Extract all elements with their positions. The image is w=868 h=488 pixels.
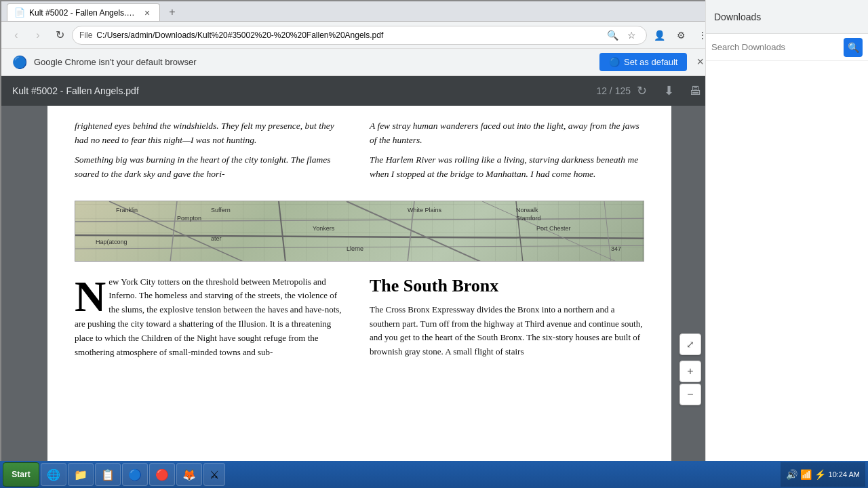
pdf-top-right-col: A few stray human wanderers faced out in… (370, 119, 644, 187)
map-label-6: Norwalk (516, 207, 538, 214)
svg-line-7 (604, 201, 611, 261)
url-display: C:/Users/admin/Downloads/Kult%20#35002%2… (96, 30, 597, 40)
downloads-search-input[interactable] (711, 42, 844, 52)
pdf-top-left-col: frightened eyes behind the windshields. … (75, 119, 349, 187)
address-bar[interactable]: File C:/Users/admin/Downloads/Kult%20#35… (72, 26, 647, 45)
new-tab-button[interactable]: + (163, 3, 182, 21)
downloads-header: Downloads (706, 0, 868, 34)
set-default-button[interactable]: 🔵 Set as default (599, 53, 688, 71)
pdf-bottom-right: The South Bronx The Cross Bronx Expressw… (370, 275, 644, 360)
section-title: The South Bronx (370, 275, 644, 296)
map-label-10: ater (211, 235, 222, 242)
app1-icon: 🔴 (155, 468, 169, 481)
explorer-icon: 📁 (74, 468, 87, 481)
taskbar-item-chrome[interactable]: 🔵 (122, 463, 148, 486)
map-label-11: Llerne (347, 245, 363, 252)
taskbar-item-app1[interactable]: 🔴 (149, 463, 175, 486)
extensions-button[interactable]: ⚙ (671, 26, 690, 45)
firefox-icon: 🦊 (182, 468, 196, 481)
top-left-text-1: frightened eyes behind the windshields. … (75, 119, 349, 148)
pdf-page: frightened eyes behind the windshields. … (47, 106, 671, 473)
refresh-button[interactable]: ↻ (50, 26, 69, 45)
map-label-7: Stamford (516, 215, 541, 222)
notification-bar: 🔵 Google Chrome isn't your default brows… (1, 49, 717, 76)
top-right-text-2: The Harlem River was rolling like a livi… (370, 153, 644, 182)
bottom-left-text: N ew York City totters on the threshold … (75, 275, 349, 360)
tray-icon-2: 📶 (800, 469, 812, 480)
tray-time: 10:24 AM (829, 470, 860, 479)
pdf-bottom-left: N ew York City totters on the threshold … (75, 275, 349, 360)
map-label-4: Yonkers (313, 225, 334, 232)
top-left-text-2: Something big was burning in the heart o… (75, 153, 349, 182)
ie-icon: 🌐 (47, 468, 60, 481)
pdf-print-button[interactable]: 🖶 (685, 80, 707, 102)
notepad-icon: 📋 (101, 468, 115, 481)
pdf-refresh-button[interactable]: ↻ (631, 80, 652, 102)
top-right-text-1: A few stray human wanderers faced out in… (370, 119, 644, 148)
taskbar-item-firefox[interactable]: 🦊 (176, 463, 202, 486)
svg-line-4 (279, 201, 285, 261)
bottom-left-content: ew York City totters on the threshold be… (75, 277, 342, 357)
pdf-bottom-section: N ew York City totters on the threshold … (75, 275, 644, 360)
tab-bar: 📄 Kult #5002 - Fallen Angels.pdf × + (1, 1, 717, 22)
browser-window: 📄 Kult #5002 - Fallen Angels.pdf × + ‹ ›… (0, 0, 719, 474)
svg-line-0 (75, 218, 644, 222)
tray-icon-3: ⚡ (814, 469, 826, 480)
navigation-bar: ‹ › ↻ File C:/Users/admin/Downloads/Kult… (1, 22, 717, 49)
map-label-9: Hap(atcong (96, 239, 127, 245)
start-button[interactable]: Start (3, 462, 39, 487)
section-text: The Cross Bronx Expressway divides the B… (370, 303, 644, 359)
active-tab[interactable]: 📄 Kult #5002 - Fallen Angels.pdf × (7, 3, 160, 21)
pdf-controls: ↻ ⬇ 🖶 (631, 80, 707, 102)
zoom-expand-button[interactable]: ⤢ (679, 333, 701, 355)
map-label-8: Port Chester (536, 225, 571, 232)
tab-favicon: 📄 (14, 7, 25, 18)
app2-icon: ⚔ (210, 468, 219, 481)
account-button[interactable]: 👤 (650, 26, 669, 45)
downloads-title: Downloads (714, 12, 860, 22)
protocol-label: File (79, 30, 92, 40)
taskbar-item-explorer[interactable]: 📁 (68, 463, 94, 486)
pdf-content-area: frightened eyes behind the windshields. … (1, 106, 717, 473)
downloads-search-bar: 🔍 (706, 34, 868, 61)
pdf-top-columns: frightened eyes behind the windshields. … (75, 119, 644, 187)
pdf-page-info: 12 / 125 (596, 85, 631, 96)
tray-icon-1: 🔊 (786, 469, 797, 480)
back-button[interactable]: ‹ (7, 26, 26, 45)
notification-text: Google Chrome isn't your default browser (34, 57, 593, 67)
zoom-in-button[interactable]: + (679, 361, 701, 382)
pdf-header: Kult #5002 - Fallen Angels.pdf 12 / 125 … (1, 76, 717, 106)
taskbar-item-app2[interactable]: ⚔ (203, 463, 225, 486)
downloads-search-button[interactable]: 🔍 (844, 38, 863, 57)
map-label-3: Pompton (177, 215, 201, 222)
zoom-out-button[interactable]: − (679, 384, 701, 405)
tab-close-button[interactable]: × (142, 7, 153, 18)
search-icon[interactable]: 🔍 (604, 27, 620, 43)
pdf-title: Kult #5002 - Fallen Angels.pdf (12, 85, 596, 96)
tab-title: Kult #5002 - Fallen Angels.pdf (29, 8, 138, 18)
map-label-2: Suffern (211, 207, 231, 214)
chrome-logo-icon: 🔵 (12, 55, 27, 70)
map-label-5: White Plains (408, 207, 441, 214)
set-default-icon: 🔵 (609, 57, 620, 67)
taskbar-item-notepad[interactable]: 📋 (95, 463, 121, 486)
pdf-download-button[interactable]: ⬇ (658, 80, 679, 102)
map-label-1: Franklin (116, 207, 138, 214)
chrome-taskbar-icon: 🔵 (128, 468, 142, 481)
forward-button[interactable]: › (28, 26, 47, 45)
map-label-12: 347 (611, 245, 621, 252)
taskbar-item-ie[interactable]: 🌐 (41, 463, 66, 486)
bookmark-icon[interactable]: ☆ (623, 27, 639, 43)
set-default-label: Set as default (624, 57, 678, 67)
zoom-controls: ⤢ + − (679, 333, 701, 405)
drop-cap-n: N (75, 281, 106, 313)
pdf-map-image: Franklin Suffern Pompton Yonkers White P… (75, 201, 644, 262)
downloads-panel: Downloads 🔍 (705, 0, 868, 474)
taskbar: Start 🌐 📁 📋 🔵 🔴 🦊 ⚔ 🔊 📶 ⚡ 10:24 AM (0, 461, 868, 488)
taskbar-tray: 🔊 📶 ⚡ 10:24 AM (781, 462, 865, 487)
